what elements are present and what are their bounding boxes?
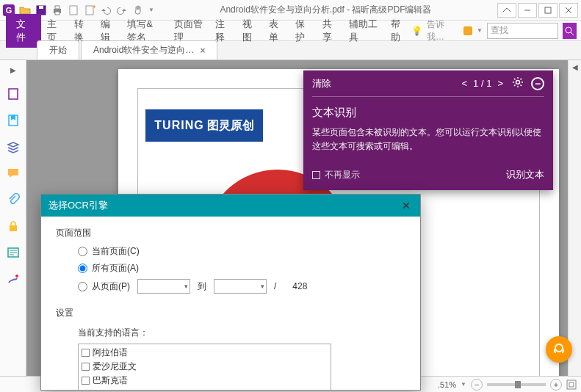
fit-page-icon[interactable] xyxy=(566,380,577,390)
svg-rect-15 xyxy=(9,89,18,99)
tab-start[interactable]: 开始 xyxy=(37,40,79,59)
languages-label: 当前支持的语言： xyxy=(78,327,405,339)
notification-prev-icon[interactable]: < xyxy=(462,78,468,89)
lang-item[interactable]: 保加利亚语 xyxy=(82,388,328,391)
svg-point-13 xyxy=(566,27,571,33)
page-range-label: 页面范围 xyxy=(56,227,405,239)
minimize-button[interactable] xyxy=(518,3,537,18)
search-placeholder: 查找 xyxy=(491,24,508,37)
notification-noshow-checkbox[interactable]: 不再显示 xyxy=(312,169,360,181)
skin-icon[interactable] xyxy=(462,25,472,37)
dialog-title: 选择OCR引擎 xyxy=(48,199,108,212)
tab-document-label: Android软件安全与逆向… xyxy=(93,44,194,57)
dialog-titlebar[interactable]: 选择OCR引擎 ✕ xyxy=(41,195,420,217)
support-fab[interactable] xyxy=(546,336,572,363)
zoom-dropdown-icon[interactable]: ▼ xyxy=(461,381,466,388)
zoom-value: .51% xyxy=(438,380,456,389)
zoom-in-button[interactable]: + xyxy=(550,379,562,391)
notification-body: 某些页面包含未被识别的文本。您可以运行文本识别以便使这些文本可搜索或可编辑。 xyxy=(312,126,544,153)
svg-point-24 xyxy=(555,344,563,352)
notification-noshow-label: 不再显示 xyxy=(325,169,360,181)
radio-from-page[interactable]: 从页面(P) xyxy=(78,280,130,293)
window-controls xyxy=(497,3,578,18)
security-panel-icon[interactable] xyxy=(7,219,20,233)
tab-close-icon[interactable]: × xyxy=(200,46,205,56)
menu-accessibility[interactable]: 辅助工具 xyxy=(343,14,385,48)
radio-all-pages[interactable]: 所有页面(A) xyxy=(78,262,405,275)
menu-help[interactable]: 帮助 xyxy=(385,14,411,48)
radio-all-label: 所有页面(A) xyxy=(92,262,139,275)
notification-action-button[interactable]: 识别文本 xyxy=(506,168,544,181)
tab-start-label: 开始 xyxy=(49,44,67,57)
tell-me[interactable]: 告诉我… xyxy=(427,18,458,43)
menubar: 文件 主页 转换 编辑 填写&签名 页面管理 注释 视图 表单 保护 共享 辅助… xyxy=(0,21,581,41)
language-listbox[interactable]: 阿拉伯语 爱沙尼亚文 巴斯克语 保加利亚语 xyxy=(78,344,331,391)
slash-label: / xyxy=(274,281,276,291)
lang-item[interactable]: 阿拉伯语 xyxy=(82,346,328,360)
notification-next-icon[interactable]: > xyxy=(497,78,503,89)
ocr-dialog: 选择OCR引擎 ✕ 页面范围 当前页面(C) 所有页面(A) 从页面(P) ▾ … xyxy=(40,194,421,391)
qat-dropdown-icon[interactable]: ▼ xyxy=(148,7,154,13)
chevron-down-icon: ▾ xyxy=(261,283,264,290)
zoom-slider[interactable] xyxy=(487,383,546,386)
sidebar-expand-icon[interactable]: ▶ xyxy=(10,66,16,74)
bookmark-panel-icon[interactable] xyxy=(7,114,20,127)
turing-logo: TURING图灵原创 xyxy=(145,109,263,142)
attachments-panel-icon[interactable] xyxy=(7,193,20,206)
svg-rect-11 xyxy=(545,7,551,13)
search-input[interactable]: 查找 xyxy=(487,23,558,39)
menu-share[interactable]: 共享 xyxy=(317,14,343,48)
to-page-combo[interactable]: ▾ xyxy=(214,279,267,294)
notification-settings-icon[interactable] xyxy=(512,76,524,90)
lang-item[interactable]: 巴斯克语 xyxy=(82,374,328,388)
page-panel-icon[interactable] xyxy=(7,87,20,101)
comments-panel-icon[interactable] xyxy=(7,167,20,180)
tab-document[interactable]: Android软件安全与逆向… × xyxy=(81,40,217,59)
left-sidebar: ▶ xyxy=(0,60,26,376)
radio-current-page[interactable]: 当前页面(C) xyxy=(78,245,405,258)
notification-clear-button[interactable]: 清除 xyxy=(312,77,331,90)
lang-item-label: 巴斯克语 xyxy=(93,374,128,387)
from-page-combo[interactable]: ▾ xyxy=(137,279,190,294)
svg-line-14 xyxy=(571,32,574,35)
svg-rect-3 xyxy=(39,6,43,9)
svg-rect-5 xyxy=(55,6,59,9)
lang-item[interactable]: 爱沙尼亚文 xyxy=(82,360,328,374)
radio-current-label: 当前页面(C) xyxy=(92,245,140,258)
zoom-out-button[interactable]: − xyxy=(471,379,483,391)
notification-panel: 清除 < 1 / 1 > − 文本识别 某些页面包含未被识别的文本。您可以运行文… xyxy=(303,70,553,190)
right-sidebar: ◀ xyxy=(568,60,581,376)
lang-item-label: 阿拉伯语 xyxy=(93,346,128,359)
notification-title: 文本识别 xyxy=(312,106,544,120)
notification-counter: 1 / 1 xyxy=(473,78,491,89)
ribbon-toggle-icon[interactable] xyxy=(497,3,516,18)
right-sidebar-expand-icon[interactable]: ◀ xyxy=(569,60,581,71)
bulb-icon[interactable]: 💡 xyxy=(411,26,422,36)
menu-view[interactable]: 视图 xyxy=(237,14,263,48)
svg-rect-12 xyxy=(463,26,472,35)
menu-form[interactable]: 表单 xyxy=(263,14,289,48)
notification-pager: < 1 / 1 > xyxy=(462,78,503,89)
chevron-down-icon: ▾ xyxy=(184,283,188,290)
search-button[interactable] xyxy=(563,23,577,39)
radio-from-label: 从页面(P) xyxy=(92,280,130,293)
total-pages: 428 xyxy=(292,281,307,291)
to-label: 到 xyxy=(198,280,206,293)
lang-item-label: 爱沙尼亚文 xyxy=(93,360,137,373)
close-button[interactable] xyxy=(559,3,578,18)
notification-close-button[interactable]: − xyxy=(531,77,544,90)
svg-rect-25 xyxy=(567,380,576,389)
lang-item-label: 保加利亚语 xyxy=(93,388,137,391)
svg-point-22 xyxy=(15,275,18,277)
signature-panel-icon[interactable] xyxy=(7,272,20,286)
skin-dropdown-icon[interactable]: ▼ xyxy=(477,27,483,34)
form-panel-icon[interactable] xyxy=(7,246,20,259)
settings-label: 设置 xyxy=(56,307,405,319)
svg-point-23 xyxy=(516,81,520,84)
dialog-close-button[interactable]: ✕ xyxy=(400,200,413,211)
svg-rect-17 xyxy=(10,225,17,231)
maximize-button[interactable] xyxy=(538,3,557,18)
svg-text:✦: ✦ xyxy=(92,4,95,10)
layers-panel-icon[interactable] xyxy=(7,140,20,153)
menu-protect[interactable]: 保护 xyxy=(289,14,316,48)
